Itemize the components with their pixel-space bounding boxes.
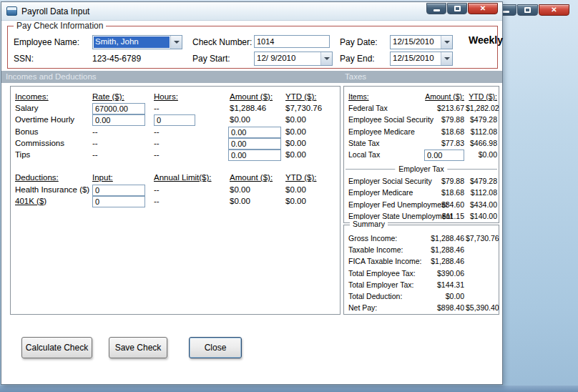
background-maximize-button[interactable] [517, 4, 538, 16]
salary-hours: -- [154, 104, 160, 112]
tax-row-employer-fed-unemployment: Employer Fed Unemployment $34.60 $434.00 [344, 200, 499, 212]
summary-row-taxable: Taxable Income: $1,288.46 [344, 245, 499, 257]
row-label: Employer Medicare [348, 188, 413, 197]
col-header: Input: [92, 173, 113, 182]
er-medicare-amount: $18.68 [416, 188, 464, 197]
col-header: Annual Limit($): [154, 173, 212, 182]
row-label: Tips [15, 150, 30, 159]
background-close-button[interactable]: ✕ [539, 4, 569, 16]
bonus-amount-input[interactable] [228, 127, 281, 138]
health-insurance-input[interactable] [92, 185, 145, 196]
tips-ytd: $0.00 [285, 150, 306, 159]
col-header: YTD ($): [466, 92, 497, 101]
incomes-deductions-panel: Incomes: Rate ($): Hours: Amount ($): YT… [10, 86, 341, 315]
check-number-input[interactable] [254, 35, 330, 48]
net-pay-amount: $898.40 [416, 303, 464, 312]
maximize-icon [524, 7, 531, 13]
row-label: Overtime Hourly [15, 115, 74, 124]
col-header: Hours: [154, 92, 178, 101]
summary-row-total-deduction: Total Deduction: $0.00 [344, 292, 499, 303]
row-label: Federal Tax [348, 104, 388, 112]
income-row-tips: Tips -- -- $0.00 [11, 150, 340, 162]
bonus-ytd: $0.00 [285, 127, 306, 136]
close-button[interactable]: ✕ [468, 3, 498, 14]
pay-date-label: Pay Date: [340, 37, 378, 47]
401k-limit: -- [154, 197, 160, 205]
minimize-icon [434, 9, 440, 11]
summary-row-net-pay: Net Pay: $898.40 $5,390.40 [344, 303, 499, 315]
chevron-down-icon[interactable] [320, 52, 332, 65]
tax-row-employer-ss: Employer Social Security $79.88 $479.28 [344, 177, 499, 188]
close-icon: ✕ [551, 6, 557, 14]
summary-row-gross: Gross Income: $1,288.46 $7,730.76 [344, 234, 499, 245]
row-label: FICA Taxable Income: [348, 257, 422, 265]
local-tax-input[interactable] [424, 150, 464, 161]
taxes-panel: Items: Amount ($): YTD ($): Federal Tax … [343, 86, 499, 223]
taxable-amount: $1,288.46 [416, 245, 464, 254]
pay-start-value: 12/ 9/2010 [255, 52, 320, 65]
close-dialog-button[interactable]: Close [189, 337, 242, 358]
row-label: Taxable Income: [348, 245, 403, 254]
summary-panel: Summary Gross Income: $1,288.46 $7,730.7… [343, 225, 499, 315]
pay-start-label: Pay Start: [192, 54, 230, 64]
row-label: Net Pay: [348, 303, 377, 312]
income-row-commissions: Commissions -- -- $0.00 [11, 139, 340, 150]
commissions-ytd: $0.00 [285, 139, 306, 147]
taxes-header-row: Items: Amount ($): YTD ($): [344, 92, 499, 104]
state-ytd: $466.98 [466, 139, 497, 147]
summary-row-fica: FICA Taxable Income: $1,288.46 [344, 257, 499, 268]
employee-name-combobox[interactable]: Smith, John [92, 35, 182, 49]
app-icon [6, 6, 17, 16]
emp-ss-ytd: $479.28 [466, 115, 497, 124]
health-limit: -- [154, 185, 160, 194]
background-window-controls: ✕ [496, 4, 569, 16]
tax-row-employer-medicare: Employer Medicare $18.68 $112.08 [344, 188, 499, 200]
health-ytd: $0.00 [285, 185, 306, 194]
save-check-button[interactable]: Save Check [109, 337, 167, 358]
background-bottom-edge [0, 386, 578, 392]
er-ss-ytd: $479.28 [466, 177, 497, 185]
summary-row-total-employee-tax: Total Employee Tax: $390.06 [344, 269, 499, 280]
tax-row-employee-ss: Employee Social Security $79.88 $479.28 [344, 115, 499, 127]
pay-date-picker[interactable]: 12/15/2010 [390, 35, 453, 49]
pay-date-value: 12/15/2010 [391, 36, 441, 49]
employer-tax-separator: Employer Tax [344, 162, 499, 177]
pay-start-picker[interactable]: 12/ 9/2010 [254, 52, 333, 66]
deduction-row-401k: 401K ($) -- $0.00 $0.00 [11, 197, 340, 208]
401k-input[interactable] [92, 196, 145, 207]
chevron-down-icon[interactable] [170, 36, 182, 49]
pay-end-picker[interactable]: 12/15/2010 [390, 52, 453, 66]
er-ss-amount: $79.88 [416, 177, 464, 185]
employee-name-label: Employee Name: [14, 37, 79, 47]
tax-row-employee-medicare: Employee Medicare $18.68 $112.08 [344, 127, 499, 139]
er-medicare-ytd: $112.08 [466, 188, 497, 197]
overtime-rate-input[interactable] [92, 114, 145, 126]
total-employer-tax-amount: $144.31 [416, 280, 464, 289]
tax-row-federal: Federal Tax $213.67 $1,282.02 [344, 104, 499, 115]
chevron-down-icon[interactable] [441, 36, 452, 49]
chevron-down-icon[interactable] [441, 52, 452, 65]
check-number-label: Check Number: [192, 37, 252, 47]
overtime-amount: $0.00 [230, 115, 250, 124]
pay-end-label: Pay End: [340, 54, 375, 64]
minimize-button[interactable] [426, 3, 446, 14]
salary-rate-input[interactable] [92, 103, 145, 114]
calculate-check-button[interactable]: Calculate Check [21, 337, 92, 358]
net-pay-ytd: $5,390.40 [466, 303, 497, 312]
salary-ytd: $7,730.76 [285, 104, 322, 112]
summary-row-total-employer-tax: Total Employer Tax: $144.31 [344, 280, 499, 292]
row-label: Employee Medicare [348, 127, 415, 136]
incomes-header-row: Incomes: Rate ($): Hours: Amount ($): YT… [11, 92, 340, 104]
401k-link-label[interactable]: 401K ($) [15, 197, 46, 205]
maximize-button[interactable] [447, 3, 467, 14]
row-label: State Tax [348, 139, 380, 147]
row-label: Local Tax [348, 150, 380, 159]
commissions-amount-input[interactable] [228, 138, 281, 150]
row-label: Commissions [15, 139, 64, 147]
federal-amount: $213.67 [416, 104, 464, 112]
overtime-hours-input[interactable] [154, 114, 195, 126]
col-header: Incomes: [15, 92, 49, 101]
ssn-value: 123-45-6789 [92, 54, 141, 64]
maximize-icon [454, 6, 461, 11]
tips-amount-input[interactable] [228, 150, 281, 161]
